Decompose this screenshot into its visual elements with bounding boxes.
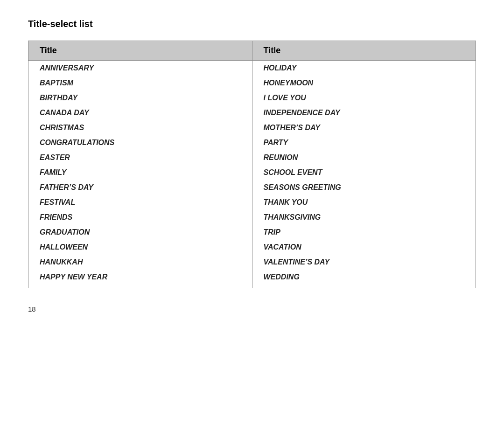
table-cell-col2: THANK YOU xyxy=(252,195,476,210)
table-cell-col2: SEASONS GREETING xyxy=(252,180,476,195)
table-cell-col2: WEDDING xyxy=(252,270,476,288)
table-cell-col1: FAMILY xyxy=(28,165,252,180)
table-cell-col1: EASTER xyxy=(28,150,252,165)
table-cell-col1: HANUKKAH xyxy=(28,255,252,270)
table-cell-col2: VACATION xyxy=(252,240,476,255)
table-row: FATHER’S DAYSEASONS GREETING xyxy=(28,180,476,195)
table-cell-col2: MOTHER’S DAY xyxy=(252,120,476,135)
table-cell-col1: BIRTHDAY xyxy=(28,90,252,105)
table-cell-col2: THANKSGIVING xyxy=(252,210,476,225)
table-row: BIRTHDAYI LOVE YOU xyxy=(28,90,476,105)
table-cell-col1: CHRISTMAS xyxy=(28,120,252,135)
table-row: HALLOWEENVACATION xyxy=(28,240,476,255)
table-row: EASTERREUNION xyxy=(28,150,476,165)
table-cell-col2: HONEYMOON xyxy=(252,76,476,90)
table-cell-col2: SCHOOL EVENT xyxy=(252,165,476,180)
col2-header: Title xyxy=(252,41,476,61)
table-row: FRIENDSTHANKSGIVING xyxy=(28,210,476,225)
table-cell-col2: INDEPENDENCE DAY xyxy=(252,105,476,120)
table-row: FESTIVALTHANK YOU xyxy=(28,195,476,210)
table-cell-col1: ANNIVERSARY xyxy=(28,61,252,76)
table-cell-col2: REUNION xyxy=(252,150,476,165)
table-cell-col2: PARTY xyxy=(252,135,476,150)
table-cell-col2: VALENTINE’S DAY xyxy=(252,255,476,270)
table-row: CHRISTMASMOTHER’S DAY xyxy=(28,120,476,135)
table-row: GRADUATIONTRIP xyxy=(28,225,476,240)
table-cell-col1: CONGRATULATIONS xyxy=(28,135,252,150)
table-row: CONGRATULATIONSPARTY xyxy=(28,135,476,150)
table-row: BAPTISMHONEYMOON xyxy=(28,76,476,90)
table-cell-col1: FATHER’S DAY xyxy=(28,180,252,195)
table-cell-col1: FRIENDS xyxy=(28,210,252,225)
table-cell-col1: HALLOWEEN xyxy=(28,240,252,255)
table-cell-col1: HAPPY NEW YEAR xyxy=(28,270,252,288)
table-cell-col2: I LOVE YOU xyxy=(252,90,476,105)
table-cell-col1: BAPTISM xyxy=(28,76,252,90)
table-cell-col1: FESTIVAL xyxy=(28,195,252,210)
table-cell-col1: CANADA DAY xyxy=(28,105,252,120)
table-cell-col1: GRADUATION xyxy=(28,225,252,240)
table-row: CANADA DAYINDEPENDENCE DAY xyxy=(28,105,476,120)
col1-header: Title xyxy=(28,41,252,61)
table-row: HAPPY NEW YEARWEDDING xyxy=(28,270,476,288)
table-row: HANUKKAHVALENTINE’S DAY xyxy=(28,255,476,270)
table-cell-col2: HOLIDAY xyxy=(252,61,476,76)
table-row: FAMILYSCHOOL EVENT xyxy=(28,165,476,180)
page-number: 18 xyxy=(28,305,476,313)
table-row: ANNIVERSARYHOLIDAY xyxy=(28,61,476,76)
table-cell-col2: TRIP xyxy=(252,225,476,240)
page-heading: Title-select list xyxy=(28,19,476,29)
title-select-table: Title Title ANNIVERSARYHOLIDAYBAPTISMHON… xyxy=(28,41,476,288)
